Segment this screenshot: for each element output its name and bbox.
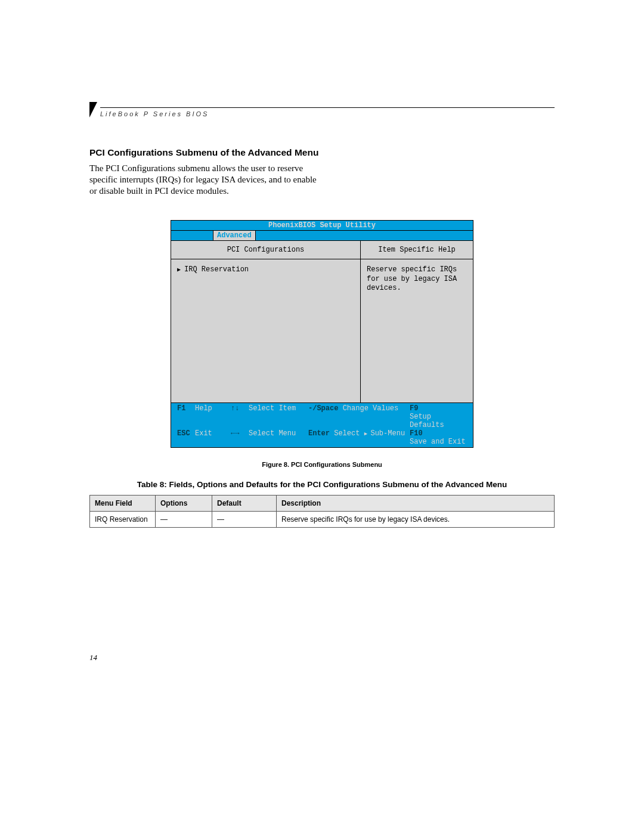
- th-menu-field: Menu Field: [90, 496, 156, 512]
- bios-label-select-item: Select Item: [249, 404, 296, 413]
- bios-utility-title: PhoenixBIOS Setup Utility: [171, 221, 473, 231]
- figure-caption: Figure 8. PCI Configurations Submenu: [89, 461, 555, 468]
- bios-right-heading: Item Specific Help: [361, 241, 473, 259]
- bios-key-space: -/Space: [308, 404, 338, 413]
- running-header: LifeBook P Series BIOS: [89, 98, 555, 117]
- bios-menu-item-irq-reservation[interactable]: IRQ Reservation: [177, 265, 354, 274]
- section-heading: PCI Configurations Submenu of the Advanc…: [89, 147, 555, 158]
- options-table: Menu Field Options Default Description I…: [89, 495, 555, 528]
- header-triangle-icon: [89, 102, 97, 117]
- bios-label-help: Help: [195, 404, 212, 413]
- td-default: —: [212, 512, 277, 528]
- bios-label-select: Select: [334, 429, 360, 438]
- td-description: Reserve specific IRQs for use by legacy …: [277, 512, 555, 528]
- td-menu-field: IRQ Reservation: [90, 512, 156, 528]
- bios-screenshot: PhoenixBIOS Setup Utility Advanced PCI C…: [171, 220, 473, 448]
- section-body: The PCI Configurations submenu allows th…: [89, 163, 325, 196]
- td-options: —: [156, 512, 212, 528]
- bios-key-updown: ↑↓: [231, 404, 249, 413]
- bios-key-f9: F9: [410, 404, 428, 413]
- bios-key-esc: ESC: [177, 429, 195, 438]
- bios-help-text: Reserve specific IRQs for use by legacy …: [367, 265, 467, 293]
- bios-key-f10: F10: [410, 429, 428, 438]
- bios-tab-advanced[interactable]: Advanced: [213, 231, 256, 240]
- bios-key-leftright: ←→: [231, 429, 249, 438]
- bios-key-enter: Enter: [308, 429, 330, 438]
- bios-label-submenu: Sub-Menu: [364, 429, 405, 438]
- bios-left-heading: PCI Configurations: [171, 241, 360, 259]
- bios-label-setup-defaults: Setup Defaults: [410, 413, 467, 429]
- bios-footer: F1Help ↑↓Select Item -/Space Change Valu…: [171, 403, 473, 447]
- page-number: 14: [89, 653, 97, 662]
- bios-label-exit: Exit: [195, 429, 212, 438]
- table-caption: Table 8: Fields, Options and Defaults fo…: [89, 480, 555, 489]
- th-description: Description: [277, 496, 555, 512]
- running-header-text: LifeBook P Series BIOS: [100, 110, 555, 117]
- bios-label-select-menu: Select Menu: [249, 429, 296, 438]
- bios-label-save-exit: Save and Exit: [410, 438, 466, 446]
- bios-tab-bar: Advanced: [171, 231, 473, 241]
- th-default: Default: [212, 496, 277, 512]
- bios-label-change-values: Change Values: [343, 404, 399, 413]
- bios-key-f1: F1: [177, 404, 195, 413]
- th-options: Options: [156, 496, 212, 512]
- table-row: IRQ Reservation — — Reserve specific IRQ…: [90, 512, 555, 528]
